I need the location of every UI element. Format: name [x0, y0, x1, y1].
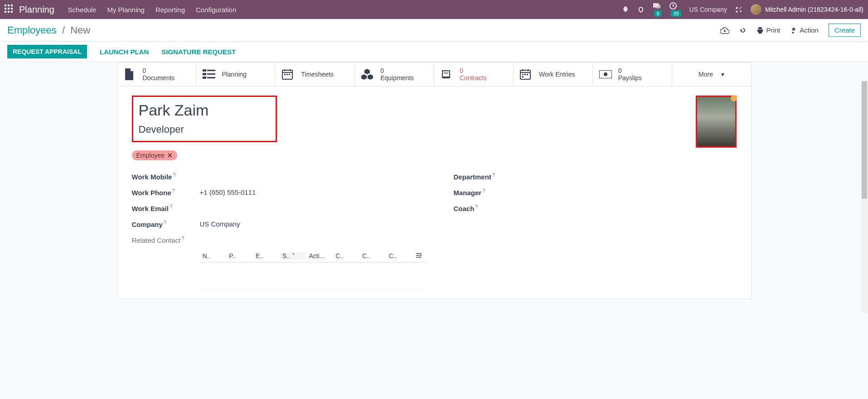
related-contact-label: Related Contact?: [132, 236, 200, 244]
work-phone-field[interactable]: +1 (650) 555-0111: [200, 188, 256, 196]
app-brand: Planning: [19, 5, 54, 15]
breadcrumb-sep: /: [62, 24, 65, 36]
user-avatar-icon: [751, 4, 761, 15]
create-button[interactable]: Create: [829, 24, 861, 37]
support-icon[interactable]: [637, 6, 645, 13]
calendar-icon: [282, 69, 296, 80]
company-label: Company?: [132, 220, 200, 228]
department-label: Department?: [454, 172, 522, 181]
nav-menu: Schedule My Planning Reporting Configura…: [68, 6, 236, 14]
company-field[interactable]: US Company: [200, 220, 240, 228]
col-c3[interactable]: C..: [386, 252, 413, 260]
cloud-save-icon[interactable]: [720, 27, 729, 34]
launch-plan-button[interactable]: LAUNCH PLAN: [100, 48, 149, 56]
name-highlight-box: Park Zaim Developer: [132, 96, 277, 142]
action-bar: Employees / New Print Action Create: [0, 19, 868, 42]
status-bar: REQUEST APPRAISAL LAUNCH PLAN SIGNATURE …: [0, 42, 868, 62]
col-options[interactable]: [413, 252, 427, 260]
calendar2-icon: [520, 69, 533, 80]
breadcrumb-current: New: [70, 24, 90, 36]
menu-schedule[interactable]: Schedule: [68, 6, 97, 14]
stat-payslips[interactable]: 0Payslips: [593, 62, 672, 86]
top-nav: Planning Schedule My Planning Reporting …: [0, 0, 868, 19]
col-e[interactable]: E..: [253, 252, 280, 260]
work-mobile-label: Work Mobile?: [132, 172, 200, 181]
svg-rect-8: [284, 74, 286, 75]
svg-rect-12: [522, 74, 524, 75]
work-email-label: Work Email?: [132, 204, 200, 212]
svg-rect-3: [203, 73, 206, 75]
menu-configuration[interactable]: Configuration: [196, 6, 236, 14]
tag-remove-icon[interactable]: ✕: [167, 152, 173, 159]
stat-timesheets[interactable]: Timesheets: [276, 62, 355, 86]
employee-title[interactable]: Developer: [139, 124, 244, 135]
form-sheet: 0Documents Planning Timesheets 0Equipmen…: [117, 62, 752, 299]
bug-icon[interactable]: [622, 6, 629, 13]
svg-rect-6: [207, 77, 215, 78]
svg-rect-14: [527, 74, 528, 75]
svg-point-18: [420, 253, 421, 255]
svg-rect-13: [524, 74, 526, 75]
employee-name[interactable]: Park Zaim: [139, 101, 244, 119]
document-icon: [124, 68, 137, 81]
stat-more[interactable]: More ▾: [672, 62, 751, 86]
employee-avatar[interactable]: [696, 96, 737, 148]
stat-documents[interactable]: 0Documents: [117, 62, 197, 86]
scrollbar[interactable]: [861, 81, 868, 313]
svg-rect-15: [522, 76, 524, 77]
action-button[interactable]: Action: [790, 26, 819, 34]
breadcrumb-root[interactable]: Employees: [7, 24, 57, 36]
book-icon: [441, 69, 454, 80]
print-button[interactable]: Print: [756, 26, 780, 34]
apps-icon[interactable]: [5, 5, 15, 14]
stat-contracts[interactable]: 0Contracts: [434, 62, 514, 86]
coach-label: Coach?: [454, 204, 522, 212]
related-contact-table: N.. P.. E.. S.. ˄ Acti... C.. C.. C..: [200, 250, 427, 290]
menu-my-planning[interactable]: My Planning: [107, 6, 145, 14]
svg-point-19: [420, 255, 422, 256]
tags[interactable]: Employee ✕: [132, 150, 737, 160]
breadcrumb: Employees / New: [7, 24, 90, 36]
svg-rect-1: [203, 69, 206, 72]
work-phone-label: Work Phone?: [132, 188, 200, 197]
svg-point-20: [419, 257, 421, 258]
svg-rect-10: [289, 74, 290, 75]
sort-asc-icon: ˄: [292, 252, 295, 260]
activity-badge: 39: [671, 10, 681, 17]
signature-request-button[interactable]: SIGNATURE REQUEST: [161, 48, 236, 56]
discard-icon[interactable]: [739, 27, 747, 34]
stat-work-entries[interactable]: Work Entries: [514, 62, 593, 86]
messages-badge: 9: [654, 10, 661, 17]
manager-label: Manager?: [454, 188, 522, 197]
stat-planning[interactable]: Planning: [196, 62, 276, 86]
company-switcher[interactable]: US Company: [689, 6, 727, 13]
svg-rect-2: [207, 70, 215, 71]
menu-reporting[interactable]: Reporting: [155, 6, 185, 14]
col-c1[interactable]: C..: [333, 252, 359, 260]
user-menu[interactable]: Mitchell Admin (21623424-16-0-all): [751, 4, 863, 15]
cubes-icon: [361, 69, 375, 80]
col-p[interactable]: P..: [226, 252, 253, 260]
col-s[interactable]: S.. ˄: [280, 252, 306, 260]
svg-point-17: [604, 72, 607, 76]
request-appraisal-button[interactable]: REQUEST APPRAISAL: [7, 45, 87, 58]
right-col: Department? Manager? Coach?: [454, 168, 737, 290]
tasks-icon: [203, 69, 216, 79]
table-row[interactable]: [200, 263, 427, 290]
stat-equipments[interactable]: 0Equipments: [355, 62, 434, 86]
main: 0Documents Planning Timesheets 0Equipmen…: [0, 62, 868, 313]
activity-icon[interactable]: 39: [669, 2, 681, 17]
svg-rect-9: [286, 74, 288, 75]
money-icon: [599, 70, 613, 78]
col-n[interactable]: N..: [200, 252, 227, 260]
tag-employee: Employee ✕: [132, 150, 177, 160]
col-acti[interactable]: Acti...: [306, 252, 333, 260]
svg-rect-5: [203, 77, 206, 79]
tools-icon[interactable]: [735, 6, 742, 13]
messages-icon[interactable]: 9: [653, 2, 661, 17]
user-name: Mitchell Admin (21623424-16-0-all): [765, 6, 863, 13]
scrollbar-thumb[interactable]: [862, 81, 867, 199]
col-c2[interactable]: C..: [359, 252, 386, 260]
left-col: Work Mobile? Work Phone? +1 (650) 555-01…: [132, 168, 427, 290]
sheet-body: Park Zaim Developer Employee ✕ Work Mobi…: [117, 87, 751, 299]
